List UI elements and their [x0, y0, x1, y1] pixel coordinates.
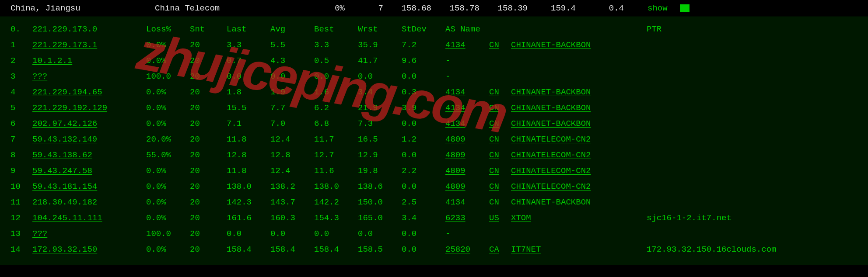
cell-loss: 0.0%	[146, 245, 190, 254]
cell-name[interactable]: CHINANET-BACKBON	[511, 40, 647, 50]
cell-last: 142.3	[227, 197, 270, 207]
cell-cc[interactable]: US	[489, 213, 511, 223]
cell-loss: 0.0%	[146, 182, 190, 191]
header-last: Last	[227, 24, 270, 34]
cell-loss: 0.0%	[146, 197, 190, 207]
cell-avg: 138.2	[270, 182, 314, 191]
cell-stdev: 0.0	[402, 72, 445, 81]
cell-ip[interactable]: 172.93.32.150	[32, 245, 146, 254]
cell-as[interactable]: 4134	[445, 103, 489, 113]
cell-cc[interactable]: CN	[489, 135, 511, 144]
cell-hop: 3	[10, 72, 32, 81]
cell-cc[interactable]: CA	[489, 245, 511, 254]
show-link[interactable]: show	[648, 3, 668, 13]
cell-as[interactable]: 25820	[445, 245, 489, 254]
cell-cc[interactable]: CN	[489, 103, 511, 113]
summary-stdev: 0.4	[576, 3, 624, 13]
cell-wrst: 19.8	[358, 166, 402, 176]
table-row: 11 218.30.49.182 0.0% 20 142.3 143.7 142…	[10, 194, 858, 210]
cell-stdev: 7.2	[402, 40, 445, 50]
cell-stdev: 3.9	[402, 103, 445, 113]
summary-wrst: 159.4	[528, 3, 576, 13]
cell-name[interactable]: CHINATELECOM-CN2	[511, 182, 647, 191]
cell-as[interactable]: 4809	[445, 135, 489, 144]
table-row: 5 221.229.192.129 0.0% 20 15.5 7.7 6.2 2…	[10, 100, 858, 116]
cell-loss: 100.0	[146, 72, 190, 81]
cell-snt: 20	[190, 213, 227, 223]
cell-ip[interactable]: 104.245.11.111	[32, 213, 146, 223]
header-ptr: PTR	[647, 24, 858, 34]
cell-ip[interactable]: ???	[32, 229, 146, 239]
cell-name[interactable]: CHINANET-BACKBON	[511, 119, 647, 128]
cell-ip[interactable]: 221.229.173.1	[32, 40, 146, 50]
cell-cc[interactable]: CN	[489, 182, 511, 191]
cell-as[interactable]: 4134	[445, 119, 489, 128]
cell-name[interactable]: CHINATELECOM-CN2	[511, 166, 647, 176]
cell-ip[interactable]: 59.43.132.149	[32, 135, 146, 144]
cell-ip[interactable]: 59.43.138.62	[32, 150, 146, 160]
cell-as[interactable]: 4809	[445, 182, 489, 191]
cell-name[interactable]: IT7NET	[511, 245, 647, 254]
header-stdev: StDev	[402, 24, 445, 34]
cell-as[interactable]: 4134	[445, 197, 489, 207]
cell-ip[interactable]: 221.229.194.65	[32, 87, 146, 97]
cell-cc[interactable]: CN	[489, 119, 511, 128]
cell-cc[interactable]: CN	[489, 150, 511, 160]
cell-name[interactable]: CHINATELECOM-CN2	[511, 135, 647, 144]
table-row: 13 ??? 100.0 20 0.0 0.0 0.0 0.0 0.0 -	[10, 226, 858, 242]
cell-best: 3.3	[314, 40, 358, 50]
cell-ip[interactable]: 59.43.181.154	[32, 182, 146, 191]
cell-cc[interactable]: CN	[489, 197, 511, 207]
cell-hop: 10	[10, 182, 32, 191]
table-row: 9 59.43.247.58 0.0% 20 11.8 12.4 11.6 19…	[10, 163, 858, 179]
cell-ip[interactable]: 202.97.42.126	[32, 119, 146, 128]
cell-wrst: 165.0	[358, 213, 402, 223]
header-snt: Snt	[190, 24, 227, 34]
cell-snt: 20	[190, 229, 227, 239]
header-wrst: Wrst	[358, 24, 402, 34]
cell-as[interactable]: 6233	[445, 213, 489, 223]
cell-cc[interactable]: CN	[489, 40, 511, 50]
cell-cc[interactable]: CN	[489, 87, 511, 97]
cell-as[interactable]: 4134	[445, 87, 489, 97]
cell-name[interactable]: CHINANET-BACKBON	[511, 197, 647, 207]
cell-as[interactable]: 4134	[445, 40, 489, 50]
cell-hop: 7	[10, 135, 32, 144]
cell-best: 158.4	[314, 245, 358, 254]
cell-as[interactable]: 4809	[445, 150, 489, 160]
cell-last: 0.7	[227, 56, 270, 66]
cell-as: -	[445, 72, 647, 81]
cell-ip[interactable]: 218.30.49.182	[32, 197, 146, 207]
cell-name[interactable]: CHINATELECOM-CN2	[511, 150, 647, 160]
cell-ip[interactable]: 10.1.2.1	[32, 56, 146, 66]
cell-as: -	[445, 56, 647, 66]
cell-loss: 0.0%	[146, 87, 190, 97]
cell-as[interactable]: 4809	[445, 166, 489, 176]
cell-avg: 7.0	[270, 119, 314, 128]
cell-stdev: 0.0	[402, 229, 445, 239]
cell-hop: 13	[10, 229, 32, 239]
cell-name[interactable]: CHINANET-BACKBON	[511, 87, 647, 97]
cell-hop: 12	[10, 213, 32, 223]
cell-avg: 4.3	[270, 56, 314, 66]
cell-last: 7.1	[227, 119, 270, 128]
cell-wrst: 150.0	[358, 197, 402, 207]
cell-name[interactable]: CHINANET-BACKBON	[511, 103, 647, 113]
cell-snt: 20	[190, 245, 227, 254]
cell-ptr: sjc16-1-2.it7.net	[647, 213, 858, 223]
summary-bar: China, Jiangsu China Telecom 0% 7 158.68…	[0, 0, 868, 17]
cell-ip[interactable]: 221.229.192.129	[32, 103, 146, 113]
cell-stdev: 0.0	[402, 119, 445, 128]
table-row: 1 221.229.173.1 0.0% 20 3.3 5.5 3.3 35.9…	[10, 37, 858, 53]
cell-hop: 14	[10, 245, 32, 254]
cell-ip[interactable]: ???	[32, 72, 146, 81]
summary-avg: 158.78	[431, 3, 480, 13]
cell-ip[interactable]: 59.43.247.58	[32, 166, 146, 176]
table-row: 12 104.245.11.111 0.0% 20 161.6 160.3 15…	[10, 210, 858, 226]
cell-avg: 7.7	[270, 103, 314, 113]
cell-last: 15.5	[227, 103, 270, 113]
cell-cc[interactable]: CN	[489, 166, 511, 176]
table-row: 6 202.97.42.126 0.0% 20 7.1 7.0 6.8 7.3 …	[10, 116, 858, 132]
cell-wrst: 35.9	[358, 40, 402, 50]
cell-name[interactable]: XTOM	[511, 213, 647, 223]
